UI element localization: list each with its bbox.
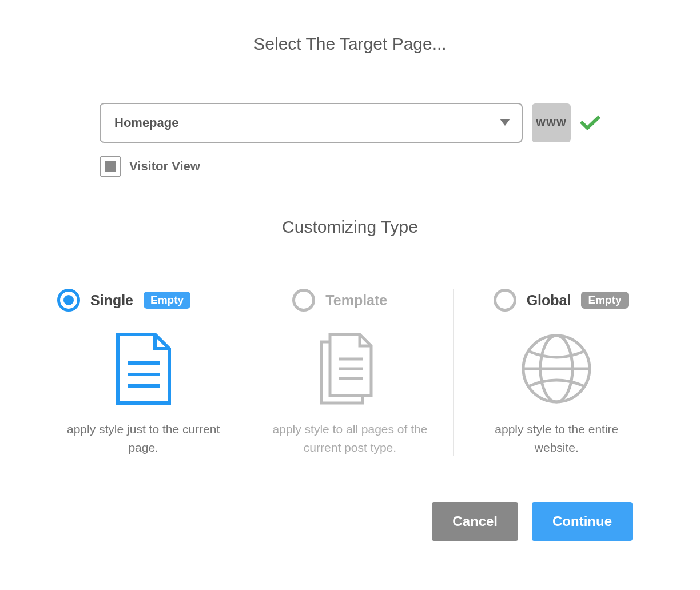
globe-icon <box>465 332 649 406</box>
badge-single: Empty <box>144 292 190 309</box>
checkbox-checked-icon <box>105 161 116 172</box>
option-head: Template <box>258 289 442 312</box>
option-template[interactable]: Template apply style to all pages of the… <box>246 289 453 456</box>
radio-dot-icon <box>63 295 74 305</box>
option-desc-template: apply style to all pages of the current … <box>258 420 442 456</box>
target-select[interactable]: Homepage <box>100 103 523 143</box>
cancel-button[interactable]: Cancel <box>432 502 518 541</box>
option-head: Single Empty <box>51 289 235 312</box>
www-button[interactable]: WWW <box>532 103 571 142</box>
target-select-value: Homepage <box>114 115 178 130</box>
page-icon <box>51 332 235 406</box>
www-button-label: WWW <box>536 117 567 129</box>
divider <box>100 254 600 254</box>
visitor-checkbox[interactable] <box>100 156 121 177</box>
visitor-row: Visitor View <box>100 156 600 177</box>
radio-single[interactable] <box>57 289 80 312</box>
section-title-type: Customizing Type <box>40 217 660 237</box>
radio-global[interactable] <box>494 289 516 312</box>
continue-button[interactable]: Continue <box>532 502 633 541</box>
divider <box>100 71 600 71</box>
option-global[interactable]: Global Empty apply style to the entire w… <box>454 289 660 456</box>
option-label-global: Global <box>527 292 571 309</box>
option-single[interactable]: Single Empty apply style just to the cur… <box>40 289 246 456</box>
option-label-single: Single <box>90 292 133 309</box>
target-row: Homepage WWW <box>100 103 600 143</box>
option-desc-single: apply style just to the current page. <box>51 420 235 456</box>
radio-template[interactable] <box>292 289 315 312</box>
section-title-target: Select The Target Page... <box>40 34 660 54</box>
badge-global: Empty <box>581 292 628 309</box>
option-label-template: Template <box>325 292 387 309</box>
visitor-label: Visitor View <box>129 159 200 174</box>
target-select-wrap: Homepage <box>100 103 523 143</box>
dialog: Select The Target Page... Homepage WWW V… <box>40 34 660 541</box>
option-head: Global Empty <box>465 289 649 312</box>
pages-icon <box>258 332 442 406</box>
check-icon <box>580 113 600 133</box>
options-row: Single Empty apply style just to the cur… <box>40 289 660 456</box>
option-desc-global: apply style to the entire website. <box>465 420 649 456</box>
footer: Cancel Continue <box>40 502 660 541</box>
